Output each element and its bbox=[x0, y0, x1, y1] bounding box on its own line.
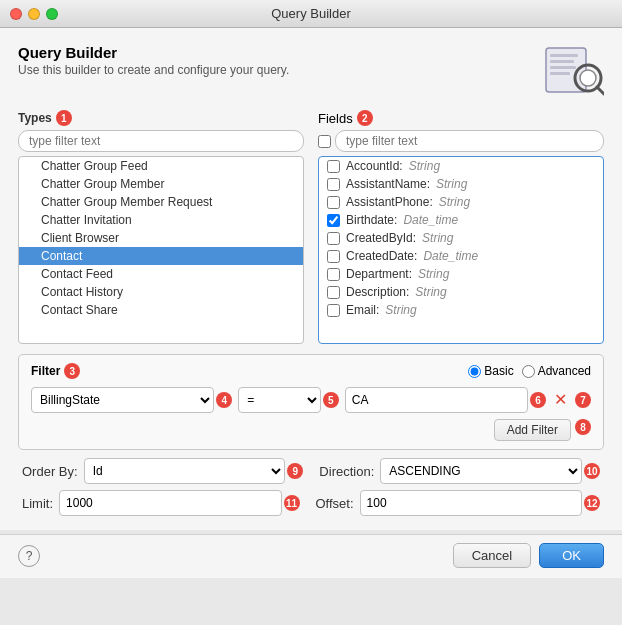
fields-filter-input[interactable] bbox=[335, 130, 604, 152]
cancel-button[interactable]: Cancel bbox=[453, 543, 531, 568]
offset-input[interactable] bbox=[360, 490, 582, 516]
types-label-text: Types bbox=[18, 111, 52, 125]
types-badge: 1 bbox=[56, 110, 72, 126]
offset-badge: 12 bbox=[584, 495, 600, 511]
header-text: Query Builder Use this builder to create… bbox=[18, 44, 289, 77]
filter-mode: Basic Advanced bbox=[468, 364, 591, 378]
field-item-birthdate: Birthdate: Date_time bbox=[319, 211, 603, 229]
filter-field-badge: 4 bbox=[216, 392, 232, 408]
add-filter-button[interactable]: Add Filter bbox=[494, 419, 571, 441]
svg-line-7 bbox=[597, 87, 604, 94]
field-checkbox-createddate[interactable] bbox=[327, 250, 340, 263]
field-checkbox-birthdate[interactable] bbox=[327, 214, 340, 227]
order-limit-section: Order By: Id 9 Direction: ASCENDING 10 L… bbox=[18, 458, 604, 516]
types-panel: Types 1 Chatter Group Feed Chatter Group… bbox=[18, 110, 304, 344]
field-type: Date_time bbox=[403, 213, 458, 227]
svg-rect-4 bbox=[550, 72, 570, 75]
filter-section: Filter 3 Basic Advanced BillingState 4 bbox=[18, 354, 604, 450]
field-name: Description: bbox=[346, 285, 409, 299]
field-name: Birthdate: bbox=[346, 213, 397, 227]
add-filter-row: Add Filter 8 bbox=[31, 419, 591, 441]
limit-badge: 11 bbox=[284, 495, 300, 511]
limit-wrapper: 11 bbox=[59, 490, 299, 516]
filter-op-badge: 5 bbox=[323, 392, 339, 408]
svg-rect-1 bbox=[550, 54, 578, 57]
fields-label-text: Fields bbox=[318, 111, 353, 126]
field-checkbox-assistantphone[interactable] bbox=[327, 196, 340, 209]
types-label: Types 1 bbox=[18, 110, 304, 126]
basic-radio[interactable] bbox=[468, 365, 481, 378]
filter-field-select[interactable]: BillingState bbox=[31, 387, 214, 413]
filter-label-text: Filter bbox=[31, 364, 60, 378]
field-item-description: Description: String bbox=[319, 283, 603, 301]
advanced-label: Advanced bbox=[538, 364, 591, 378]
field-checkbox-email[interactable] bbox=[327, 304, 340, 317]
filter-value-wrapper: 6 bbox=[345, 387, 546, 413]
svg-point-6 bbox=[580, 70, 596, 86]
fields-badge: 2 bbox=[357, 110, 373, 126]
list-item[interactable]: Contact History bbox=[19, 283, 303, 301]
types-list[interactable]: Chatter Group Feed Chatter Group Member … bbox=[18, 156, 304, 344]
field-checkbox-assistantname[interactable] bbox=[327, 178, 340, 191]
field-checkbox-description[interactable] bbox=[327, 286, 340, 299]
dialog-header: Query Builder Use this builder to create… bbox=[18, 44, 604, 96]
offset-label: Offset: bbox=[316, 496, 354, 511]
field-checkbox-createdbyid[interactable] bbox=[327, 232, 340, 245]
filter-value-badge: 6 bbox=[530, 392, 546, 408]
filter-operator-select[interactable]: = bbox=[238, 387, 321, 413]
header-icon bbox=[544, 44, 604, 96]
types-filter-input[interactable] bbox=[18, 130, 304, 152]
advanced-radio-group: Advanced bbox=[522, 364, 591, 378]
list-item-contact[interactable]: Contact bbox=[19, 247, 303, 265]
order-row: Order By: Id 9 Direction: ASCENDING 10 bbox=[22, 458, 600, 484]
field-item-email: Email: String bbox=[319, 301, 603, 319]
list-item[interactable]: Chatter Group Member bbox=[19, 175, 303, 193]
filter-field-wrapper: BillingState 4 bbox=[31, 387, 232, 413]
direction-select[interactable]: ASCENDING bbox=[380, 458, 582, 484]
fields-select-all-checkbox[interactable] bbox=[318, 135, 331, 148]
minimize-button[interactable] bbox=[28, 8, 40, 20]
dialog-title: Query Builder bbox=[18, 44, 289, 61]
traffic-lights bbox=[10, 8, 58, 20]
field-type: String bbox=[436, 177, 467, 191]
list-item[interactable]: Client Browser bbox=[19, 229, 303, 247]
help-button[interactable]: ? bbox=[18, 545, 40, 567]
field-item-createdbyid: CreatedById: String bbox=[319, 229, 603, 247]
list-item[interactable]: Chatter Invitation bbox=[19, 211, 303, 229]
order-by-select[interactable]: Id bbox=[84, 458, 286, 484]
add-filter-badge: 8 bbox=[575, 419, 591, 435]
limit-input[interactable] bbox=[59, 490, 281, 516]
main-content: Types 1 Chatter Group Feed Chatter Group… bbox=[18, 110, 604, 344]
svg-rect-2 bbox=[550, 60, 574, 63]
dialog: Query Builder Use this builder to create… bbox=[0, 28, 622, 530]
list-item[interactable]: Contact Share bbox=[19, 301, 303, 319]
list-item[interactable]: Chatter Group Feed bbox=[19, 157, 303, 175]
list-item[interactable]: Contact Feed bbox=[19, 265, 303, 283]
field-name: CreatedDate: bbox=[346, 249, 417, 263]
filter-row: BillingState 4 = 5 6 ✕ 7 bbox=[31, 387, 591, 413]
field-checkbox-department[interactable] bbox=[327, 268, 340, 281]
field-item-assistantname: AssistantName: String bbox=[319, 175, 603, 193]
list-item[interactable]: Chatter Group Member Request bbox=[19, 193, 303, 211]
filter-op-wrapper: = 5 bbox=[238, 387, 339, 413]
filter-header: Filter 3 Basic Advanced bbox=[31, 363, 591, 379]
dialog-subtitle: Use this builder to create and configure… bbox=[18, 63, 289, 77]
field-type: Date_time bbox=[423, 249, 478, 263]
field-item-department: Department: String bbox=[319, 265, 603, 283]
close-button[interactable] bbox=[10, 8, 22, 20]
filter-value-input[interactable] bbox=[345, 387, 528, 413]
advanced-radio[interactable] bbox=[522, 365, 535, 378]
basic-radio-group: Basic bbox=[468, 364, 513, 378]
field-checkbox-accountid[interactable] bbox=[327, 160, 340, 173]
field-type: String bbox=[409, 159, 440, 173]
field-name: CreatedById: bbox=[346, 231, 416, 245]
ok-button[interactable]: OK bbox=[539, 543, 604, 568]
query-icon bbox=[544, 44, 604, 96]
maximize-button[interactable] bbox=[46, 8, 58, 20]
limit-label: Limit: bbox=[22, 496, 53, 511]
order-by-label: Order By: bbox=[22, 464, 78, 479]
filter-remove-button[interactable]: ✕ bbox=[552, 392, 569, 408]
direction-badge: 10 bbox=[584, 463, 600, 479]
field-name: Department: bbox=[346, 267, 412, 281]
direction-wrapper: ASCENDING 10 bbox=[380, 458, 600, 484]
